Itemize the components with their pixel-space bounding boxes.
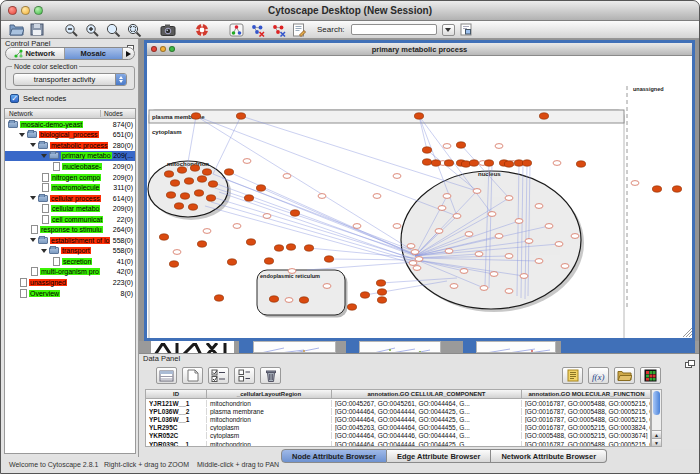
column-network[interactable]: Network	[5, 110, 101, 117]
zoom-out-icon[interactable]	[62, 22, 80, 38]
tree-row[interactable]: metabolic process280(0)	[5, 140, 135, 151]
node-count: 22(0)	[117, 216, 133, 223]
tree-row[interactable]: mosaic-demo-yeast874(0)	[5, 119, 135, 130]
window-peek-border[interactable]	[463, 341, 476, 353]
control-panel-tabs: Network Mosaic	[5, 47, 135, 60]
column-header[interactable]: annotation.GO CELLULAR_COMPONENT	[332, 390, 522, 398]
tree-row[interactable]: Overview8(0)	[5, 288, 135, 299]
network-window-peek[interactable]	[359, 341, 441, 353]
tab-overflow-icon[interactable]	[123, 48, 134, 59]
tree-row[interactable]: primary metabo209(...	[5, 151, 135, 162]
tree-row[interactable]: nucleobase-209(0)	[5, 161, 135, 172]
table-row[interactable]: YJR121W__1mitochondrion[GO:0045267, GO:0…	[146, 399, 650, 407]
network-window-titlebar[interactable]: primary metabolic process	[147, 43, 692, 56]
show-all-icon[interactable]	[269, 22, 287, 38]
network-canvas[interactable]: plasma membranecytoplasmmitochondrionnuc…	[147, 56, 692, 338]
column-header[interactable]: _cellularLayoutRegion	[207, 390, 332, 398]
search-dropdown-icon[interactable]	[442, 24, 455, 36]
tree-row[interactable]: response to stimulu264(0)	[5, 224, 135, 235]
folder-icon	[49, 152, 59, 159]
file-icon	[53, 162, 60, 171]
tree-row[interactable]: multi-organism pro42(0)	[5, 267, 135, 278]
data-panel-toolbar: f(x)	[139, 364, 700, 387]
tab-network-attribute-browser[interactable]: Network Attribute Browser	[491, 449, 607, 463]
tab-node-attribute-browser[interactable]: Node Attribute Browser	[281, 449, 387, 463]
node-count: 558(0)	[113, 237, 133, 244]
tree-row[interactable]: cellular process614(0)	[5, 193, 135, 204]
tree-row[interactable]: cellular metabo209(0)	[5, 203, 135, 214]
table-row[interactable]: YLR295Ccytoplasm[GO:0045263, GO:0044464,…	[146, 424, 650, 432]
tab-edge-attribute-browser[interactable]: Edge Attribute Browser	[387, 449, 491, 463]
help-icon[interactable]	[193, 22, 211, 38]
tree-row[interactable]: secretion41(0)	[5, 256, 135, 267]
tree-row[interactable]: cell communicat22(0)	[5, 214, 135, 225]
attribute-select-icon[interactable]	[156, 367, 177, 384]
attribute-checklist-icon[interactable]	[208, 367, 229, 384]
matrix-icon[interactable]	[640, 367, 661, 384]
vizmapper-icon[interactable]	[227, 22, 245, 38]
save-icon[interactable]	[28, 22, 46, 38]
open-attributes-icon[interactable]	[614, 367, 635, 384]
window-peek-border[interactable]	[561, 341, 695, 353]
select-nodes-option[interactable]: ✓ Select nodes	[10, 94, 66, 103]
minimize-icon[interactable]	[160, 46, 166, 52]
network-window-peek[interactable]	[476, 341, 556, 353]
node-count: 614(0)	[113, 195, 133, 202]
expander-icon[interactable]	[30, 143, 36, 147]
column-header[interactable]: ID	[146, 390, 207, 398]
scroll-up-icon[interactable]: ▲	[652, 430, 661, 438]
network-label: multi-organism pro	[40, 268, 100, 275]
attribute-grid-icon[interactable]	[234, 367, 255, 384]
file-icon	[42, 215, 49, 224]
expander-icon[interactable]	[41, 249, 47, 253]
status-hint-zoom: Right-click + drag to ZOOM	[104, 461, 189, 468]
overview-window-peek[interactable]	[151, 341, 234, 353]
zoom-in-icon[interactable]	[83, 22, 101, 38]
tree-row[interactable]: nitrogen compo209(0)	[5, 172, 135, 183]
hide-selected-icon[interactable]	[248, 22, 266, 38]
tree-row[interactable]: macromolecule311(0)	[5, 182, 135, 193]
table-scrollbar[interactable]: ▲ ▼	[651, 389, 662, 447]
window-peek-border[interactable]	[239, 341, 253, 353]
tree-row[interactable]: biological_process651(0)	[5, 130, 135, 141]
table-row[interactable]: YKR052Ccytoplasm[GO:0044464, GO:0044446,…	[146, 432, 650, 440]
checkbox-checked-icon[interactable]: ✓	[10, 94, 19, 103]
node-color-dropdown[interactable]: transporter activity	[13, 73, 127, 86]
search-settings-icon[interactable]	[458, 22, 476, 38]
tab-mosaic[interactable]: Mosaic	[65, 48, 124, 59]
expander-icon[interactable]	[19, 133, 25, 137]
open-icon[interactable]	[7, 22, 25, 38]
network-window-peek[interactable]	[253, 341, 336, 353]
function-builder-icon[interactable]: f(x)	[588, 367, 609, 384]
expander-icon[interactable]	[41, 154, 47, 158]
scrollbar-thumb[interactable]	[653, 391, 660, 415]
close-icon[interactable]	[151, 46, 157, 52]
tree-row[interactable]: unassigned223(0)	[5, 277, 135, 288]
tree-row[interactable]: establishment of lo558(0)	[5, 235, 135, 246]
zoom-window-icon[interactable]	[169, 46, 175, 52]
table-row[interactable]: YPL036W__2plasma membrane[GO:0044464, GO…	[146, 407, 650, 415]
annotation-icon[interactable]	[290, 22, 308, 38]
network-label: biological_process	[39, 131, 99, 138]
search-input[interactable]	[351, 24, 437, 35]
tab-network[interactable]: Network	[6, 48, 65, 59]
status-welcome: Welcome to Cytoscape 2.8.1	[9, 461, 98, 468]
table-row[interactable]: YDR039C__1mitochondrion[GO:0044464, GO:0…	[146, 440, 650, 447]
column-header[interactable]: annotation.GO MOLECULAR_FUNCTION	[522, 390, 651, 398]
column-nodes[interactable]: Nodes	[101, 110, 135, 117]
network-view-window[interactable]: primary metabolic process plasma membran…	[144, 40, 695, 341]
tree-row[interactable]: transport558(0)	[5, 246, 135, 257]
snapshot-icon[interactable]	[159, 22, 177, 38]
expander-icon[interactable]	[30, 196, 36, 200]
title-bar[interactable]: Cytoscape Desktop (New Session)	[1, 1, 699, 21]
node-count: 264(0)	[113, 226, 133, 233]
new-attribute-icon[interactable]	[182, 367, 203, 384]
zoom-fit-icon[interactable]	[125, 22, 143, 38]
delete-attribute-icon[interactable]	[260, 367, 281, 384]
scroll-down-icon[interactable]: ▼	[652, 438, 661, 446]
zoom-selected-icon[interactable]	[104, 22, 122, 38]
table-row[interactable]: YPL036W__1mitochondrion[GO:0044464, GO:0…	[146, 415, 650, 423]
expander-icon[interactable]	[30, 238, 36, 242]
window-peek-border[interactable]	[346, 341, 359, 353]
import-list-icon[interactable]	[562, 367, 583, 384]
